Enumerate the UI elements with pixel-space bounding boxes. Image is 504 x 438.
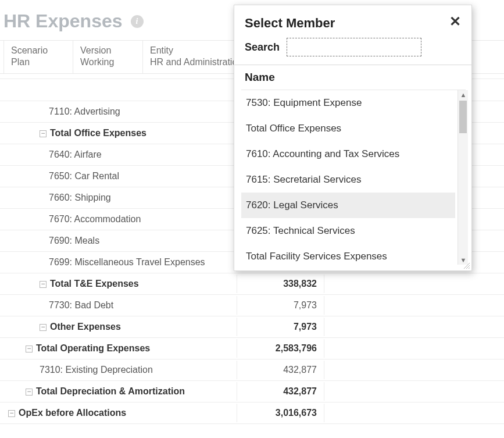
list-header: Name [234,65,471,90]
grid-total-label[interactable]: −Total Office Expenses [0,124,237,143]
row-label-text: Total Operating Expenses [36,343,150,353]
grid-leaf-label[interactable]: 7110: Advertising [0,102,237,121]
row-label-text: 7699: Miscellaneous Travel Expenses [49,257,205,267]
grid-value-cell[interactable]: 432,877 [237,382,324,401]
grid-leaf-label[interactable]: 7690: Meals [0,232,237,250]
grid-row: −OpEx before Allocations3,016,673 [0,403,504,424]
grid-leaf-label[interactable]: 7650: Car Rental [0,167,237,186]
grid-leaf-label[interactable]: 7310: Existing Depreciation [0,361,237,379]
row-label-text: Total Office Expenses [50,128,146,138]
svg-line-1 [466,265,470,269]
grid-total-label[interactable]: −Total Depreciation & Amortization [0,382,237,401]
grid-value-cell[interactable]: 338,832 [237,275,324,293]
pov-dimension-value: Plan [11,57,66,67]
search-label: Search [245,41,280,54]
member-list-item[interactable]: 7620: Legal Services [241,193,455,218]
grid-total-label[interactable]: −Other Expenses [0,318,237,336]
scroll-thumb[interactable] [459,101,467,133]
grid-leaf-label [0,79,237,101]
grid-total-label[interactable]: −OpEx before Allocations [0,404,237,422]
row-label-text: 7310: Existing Depreciation [40,365,153,375]
grid-value-cell[interactable]: 7,973 [237,318,324,336]
pov-dimension-label: Version [80,45,135,56]
collapse-icon[interactable]: − [26,389,33,396]
grid-row: 7310: Existing Depreciation432,877 [0,359,504,381]
row-label-text: Other Expenses [50,322,121,332]
close-icon[interactable]: ✕ [449,16,461,27]
member-list-item[interactable]: 7610: Accounting and Tax Services [241,141,455,167]
collapse-icon[interactable]: − [8,410,15,417]
collapse-icon[interactable]: − [26,346,33,352]
pov-dimension-value: Working [80,57,135,67]
pov-cell[interactable]: VersionWorking [73,41,143,73]
select-member-dialog: Select Member ✕ Search Name 7530: Equipm… [234,5,472,271]
grid-leaf-label[interactable]: 7670: Accommodation [0,210,237,229]
grid-leaf-label[interactable]: 7660: Shipping [0,188,237,207]
grid-leaf-label[interactable]: 7730: Bad Debt [0,296,237,315]
grid-total-label[interactable]: −Total Operating Expenses [0,339,237,358]
pov-cell[interactable]: ScenarioPlan [3,41,73,73]
grid-leaf-label[interactable]: 7640: Airfare [0,145,237,164]
member-list-item[interactable]: 7615: Secretarial Services [241,167,455,193]
row-label-text: Total T&E Expenses [50,279,139,289]
grid-value-cell[interactable]: 432,877 [237,361,324,379]
grid-row: 7730: Bad Debt7,973 [0,295,504,316]
grid-value-cell[interactable]: 7,973 [237,296,324,315]
grid-row: −Total Operating Expenses2,583,796 [0,338,504,359]
grid-row: −Total T&E Expenses338,832 [0,273,504,295]
grid-row: −Total Depreciation & Amortization432,87… [0,381,504,403]
member-list-item[interactable]: 7625: Technical Services [241,218,455,244]
collapse-icon[interactable]: − [40,281,47,288]
row-label-text: 7640: Airfare [49,149,102,159]
pov-dimension-label: Scenario [11,45,66,56]
member-list-item[interactable]: Total Office Expenses [241,116,455,141]
row-label-text: 7660: Shipping [49,193,111,202]
member-list-item[interactable]: Total Facility Services Expenses [241,244,455,265]
row-label-text: 7650: Car Rental [49,171,119,181]
row-label-text: 7670: Accommodation [49,214,141,224]
grid-value-cell[interactable]: 2,583,796 [237,339,324,358]
collapse-icon[interactable]: − [40,130,47,137]
pov-dimension-label: Entity [150,45,242,56]
grid-row: −Other Expenses7,973 [0,316,504,338]
row-label-text: 7690: Meals [49,236,99,245]
row-label-text: Total Depreciation & Amortization [36,386,185,396]
row-label-text: 7730: Bad Debt [49,300,113,310]
page-title: HR Expenses [3,10,123,32]
grid-total-label[interactable]: −Total T&E Expenses [0,275,237,293]
collapse-icon[interactable]: − [40,324,47,331]
scroll-up-icon[interactable]: ▲ [458,90,469,99]
scroll-down-icon[interactable]: ▼ [458,255,469,265]
info-icon[interactable]: i [131,15,144,28]
scrollbar[interactable]: ▲ ▼ [457,90,468,265]
member-list-item[interactable]: 7530: Equipment Expense [241,90,455,116]
search-input[interactable] [287,38,421,56]
grid-value-cell[interactable]: 3,016,673 [237,404,324,422]
dialog-title: Select Member [245,16,335,31]
row-label-text: OpEx before Allocations [19,408,126,418]
svg-line-2 [469,268,470,269]
pov-dimension-value: HR and Administration [150,57,242,67]
row-label-text: 7110: Advertising [49,106,120,116]
grid-leaf-label[interactable]: 7699: Miscellaneous Travel Expenses [0,253,237,272]
